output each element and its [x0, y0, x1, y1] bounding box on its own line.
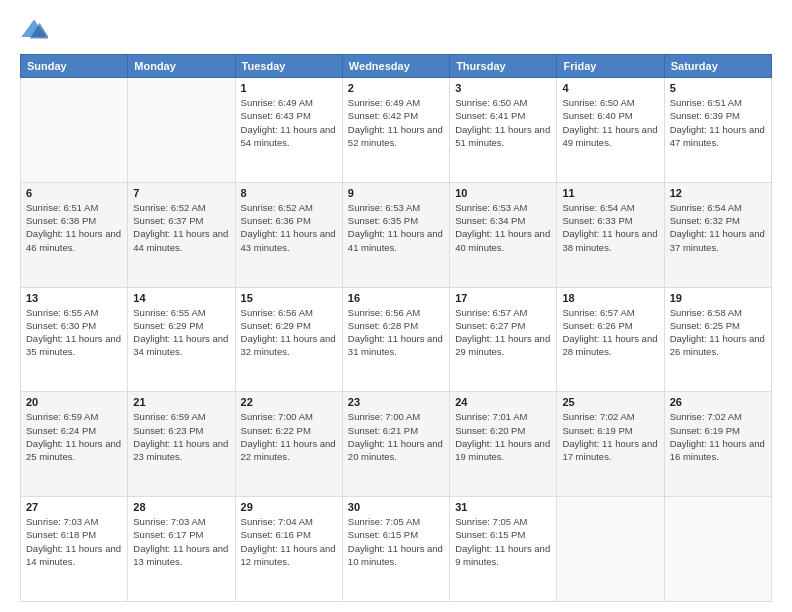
day-number: 30	[348, 501, 444, 513]
day-info: Sunrise: 6:54 AM	[670, 201, 766, 214]
day-info: Daylight: 11 hours and 47 minutes.	[670, 123, 766, 150]
day-number: 24	[455, 396, 551, 408]
calendar-day-header: Monday	[128, 55, 235, 78]
day-info: Sunset: 6:42 PM	[348, 109, 444, 122]
day-info: Sunrise: 6:51 AM	[26, 201, 122, 214]
day-number: 1	[241, 82, 337, 94]
calendar-cell: 28Sunrise: 7:03 AMSunset: 6:17 PMDayligh…	[128, 497, 235, 602]
day-info: Daylight: 11 hours and 37 minutes.	[670, 227, 766, 254]
calendar-cell: 16Sunrise: 6:56 AMSunset: 6:28 PMDayligh…	[342, 287, 449, 392]
day-number: 19	[670, 292, 766, 304]
day-info: Sunrise: 6:55 AM	[26, 306, 122, 319]
day-info: Daylight: 11 hours and 35 minutes.	[26, 332, 122, 359]
day-info: Sunset: 6:29 PM	[241, 319, 337, 332]
calendar-cell: 17Sunrise: 6:57 AMSunset: 6:27 PMDayligh…	[450, 287, 557, 392]
day-info: Sunrise: 6:57 AM	[455, 306, 551, 319]
day-number: 3	[455, 82, 551, 94]
day-number: 20	[26, 396, 122, 408]
calendar-cell	[128, 78, 235, 183]
day-info: Sunset: 6:19 PM	[670, 424, 766, 437]
day-info: Sunrise: 6:55 AM	[133, 306, 229, 319]
day-info: Daylight: 11 hours and 43 minutes.	[241, 227, 337, 254]
day-info: Daylight: 11 hours and 16 minutes.	[670, 437, 766, 464]
day-number: 12	[670, 187, 766, 199]
calendar-cell: 5Sunrise: 6:51 AMSunset: 6:39 PMDaylight…	[664, 78, 771, 183]
day-info: Sunrise: 6:56 AM	[241, 306, 337, 319]
day-info: Daylight: 11 hours and 26 minutes.	[670, 332, 766, 359]
day-number: 21	[133, 396, 229, 408]
logo-icon	[20, 16, 48, 44]
day-info: Sunset: 6:30 PM	[26, 319, 122, 332]
day-info: Daylight: 11 hours and 54 minutes.	[241, 123, 337, 150]
calendar-cell: 25Sunrise: 7:02 AMSunset: 6:19 PMDayligh…	[557, 392, 664, 497]
calendar-cell	[664, 497, 771, 602]
day-info: Sunrise: 7:05 AM	[348, 515, 444, 528]
day-info: Sunrise: 7:02 AM	[562, 410, 658, 423]
header	[20, 16, 772, 44]
day-info: Sunset: 6:28 PM	[348, 319, 444, 332]
day-info: Daylight: 11 hours and 9 minutes.	[455, 542, 551, 569]
day-info: Daylight: 11 hours and 22 minutes.	[241, 437, 337, 464]
calendar-cell: 21Sunrise: 6:59 AMSunset: 6:23 PMDayligh…	[128, 392, 235, 497]
day-info: Sunset: 6:22 PM	[241, 424, 337, 437]
day-info: Sunrise: 6:50 AM	[562, 96, 658, 109]
day-info: Sunset: 6:24 PM	[26, 424, 122, 437]
day-info: Daylight: 11 hours and 19 minutes.	[455, 437, 551, 464]
day-info: Daylight: 11 hours and 44 minutes.	[133, 227, 229, 254]
day-number: 14	[133, 292, 229, 304]
day-info: Sunset: 6:15 PM	[348, 528, 444, 541]
day-info: Sunrise: 6:52 AM	[133, 201, 229, 214]
day-info: Sunset: 6:17 PM	[133, 528, 229, 541]
day-info: Sunset: 6:19 PM	[562, 424, 658, 437]
day-info: Sunrise: 7:00 AM	[241, 410, 337, 423]
day-info: Sunset: 6:32 PM	[670, 214, 766, 227]
day-info: Daylight: 11 hours and 12 minutes.	[241, 542, 337, 569]
day-info: Daylight: 11 hours and 41 minutes.	[348, 227, 444, 254]
calendar-day-header: Sunday	[21, 55, 128, 78]
calendar-cell: 2Sunrise: 6:49 AMSunset: 6:42 PMDaylight…	[342, 78, 449, 183]
day-info: Sunrise: 6:53 AM	[348, 201, 444, 214]
day-info: Sunset: 6:33 PM	[562, 214, 658, 227]
day-number: 6	[26, 187, 122, 199]
day-info: Sunset: 6:23 PM	[133, 424, 229, 437]
calendar-week-row: 13Sunrise: 6:55 AMSunset: 6:30 PMDayligh…	[21, 287, 772, 392]
day-info: Sunrise: 7:05 AM	[455, 515, 551, 528]
day-info: Sunset: 6:16 PM	[241, 528, 337, 541]
day-info: Sunset: 6:38 PM	[26, 214, 122, 227]
calendar-cell: 24Sunrise: 7:01 AMSunset: 6:20 PMDayligh…	[450, 392, 557, 497]
day-info: Daylight: 11 hours and 28 minutes.	[562, 332, 658, 359]
day-info: Sunrise: 7:04 AM	[241, 515, 337, 528]
day-info: Sunset: 6:27 PM	[455, 319, 551, 332]
calendar-cell: 30Sunrise: 7:05 AMSunset: 6:15 PMDayligh…	[342, 497, 449, 602]
calendar-cell: 6Sunrise: 6:51 AMSunset: 6:38 PMDaylight…	[21, 182, 128, 287]
day-info: Sunrise: 6:50 AM	[455, 96, 551, 109]
day-info: Daylight: 11 hours and 34 minutes.	[133, 332, 229, 359]
day-info: Sunset: 6:29 PM	[133, 319, 229, 332]
day-info: Daylight: 11 hours and 14 minutes.	[26, 542, 122, 569]
calendar-day-header: Saturday	[664, 55, 771, 78]
calendar-cell: 23Sunrise: 7:00 AMSunset: 6:21 PMDayligh…	[342, 392, 449, 497]
calendar-cell: 22Sunrise: 7:00 AMSunset: 6:22 PMDayligh…	[235, 392, 342, 497]
day-info: Sunrise: 6:52 AM	[241, 201, 337, 214]
calendar-cell: 3Sunrise: 6:50 AMSunset: 6:41 PMDaylight…	[450, 78, 557, 183]
day-info: Sunset: 6:34 PM	[455, 214, 551, 227]
day-info: Sunrise: 6:49 AM	[241, 96, 337, 109]
day-number: 13	[26, 292, 122, 304]
day-number: 28	[133, 501, 229, 513]
calendar-cell: 11Sunrise: 6:54 AMSunset: 6:33 PMDayligh…	[557, 182, 664, 287]
calendar-cell: 26Sunrise: 7:02 AMSunset: 6:19 PMDayligh…	[664, 392, 771, 497]
day-info: Sunrise: 7:03 AM	[133, 515, 229, 528]
calendar-day-header: Friday	[557, 55, 664, 78]
calendar-cell: 13Sunrise: 6:55 AMSunset: 6:30 PMDayligh…	[21, 287, 128, 392]
calendar-cell: 4Sunrise: 6:50 AMSunset: 6:40 PMDaylight…	[557, 78, 664, 183]
calendar-cell: 10Sunrise: 6:53 AMSunset: 6:34 PMDayligh…	[450, 182, 557, 287]
day-info: Daylight: 11 hours and 17 minutes.	[562, 437, 658, 464]
day-info: Daylight: 11 hours and 46 minutes.	[26, 227, 122, 254]
calendar-table: SundayMondayTuesdayWednesdayThursdayFrid…	[20, 54, 772, 602]
calendar-cell: 14Sunrise: 6:55 AMSunset: 6:29 PMDayligh…	[128, 287, 235, 392]
day-info: Sunrise: 6:57 AM	[562, 306, 658, 319]
calendar-cell: 7Sunrise: 6:52 AMSunset: 6:37 PMDaylight…	[128, 182, 235, 287]
day-number: 10	[455, 187, 551, 199]
day-info: Daylight: 11 hours and 13 minutes.	[133, 542, 229, 569]
day-info: Daylight: 11 hours and 20 minutes.	[348, 437, 444, 464]
